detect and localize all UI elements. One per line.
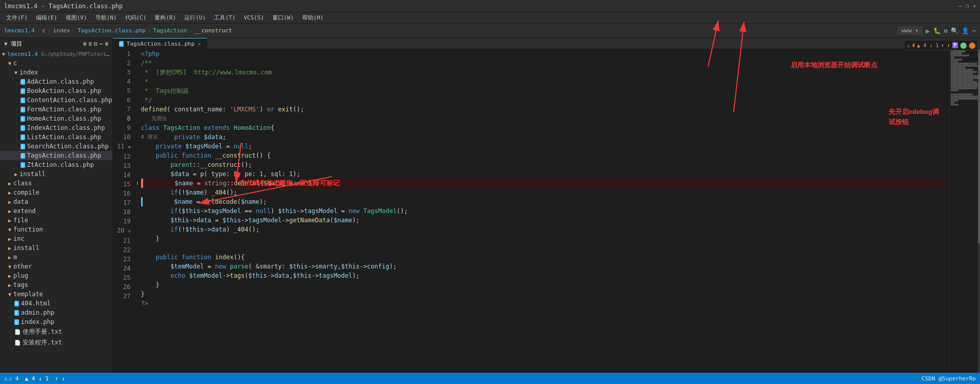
php-file-icon: c (14, 310, 19, 316)
minimap-scroll-thumb[interactable] (978, 49, 980, 243)
code-line-5: * Tags控制器 (141, 86, 945, 95)
sidebar-item-searchaction[interactable]: c SearchAction.class.php (0, 142, 112, 151)
close-btn[interactable]: ✕ (973, 3, 976, 9)
current-line-indicator (141, 179, 143, 188)
menu-item-r[interactable]: 重构(R) (150, 13, 180, 23)
menu-item-h[interactable]: 帮助(H) (298, 13, 328, 23)
run-button[interactable]: ▶ (926, 27, 930, 35)
folder-icon: ▶ (8, 208, 11, 214)
sidebar-item-extend[interactable]: ▶ extend (0, 206, 112, 216)
sidebar-item-other[interactable]: ▼ other (0, 262, 112, 271)
sidebar-item-compile[interactable]: ▶ compile (0, 188, 112, 197)
sidebar-title: ▼ 项目 (4, 40, 22, 48)
warning-count[interactable]: ⚠ ⚠ 4 (4, 375, 19, 382)
sidebar-item-formaction[interactable]: c FormAction.class.php (0, 105, 112, 114)
maximize-btn[interactable]: ❐ (966, 3, 969, 9)
sidebar-item-m[interactable]: ▶ m (0, 253, 112, 262)
code-line-27: ?> (141, 299, 945, 308)
minimize-btn[interactable]: — (958, 3, 962, 9)
debug-count: 4 (912, 43, 915, 48)
more-icon[interactable]: ⋯ (972, 27, 976, 34)
status-bar: ⚠ ⚠ 4 ▲ 4 ↓ 1 ↑ ↓ CSDN @SuperherRo (0, 373, 980, 384)
tab-tagsaction[interactable]: c TagsAction.class.php ✕ (113, 38, 207, 49)
menu-item-c[interactable]: 代码(C) (121, 13, 151, 23)
sidebar-item-404html[interactable]: h 404.html (0, 299, 112, 308)
error-count[interactable]: ▲ 4 ↓ 1 (25, 375, 49, 382)
tab-close-btn[interactable]: ✕ (198, 41, 201, 47)
sidebar-item-adminphp[interactable]: c admin.php (0, 308, 112, 317)
breadcrumb-c[interactable]: c (42, 27, 46, 34)
txt-icon: 📄 (14, 340, 21, 345)
breadcrumb-index[interactable]: index (53, 27, 70, 34)
menu-item-f[interactable]: 文件(F) (2, 13, 32, 23)
php-file-icon: c (21, 79, 25, 85)
csdn-label: CSDN @SuperherRo (922, 375, 976, 382)
debug-run-button[interactable]: 🐛 (933, 27, 941, 34)
toolbar-right: www ▾ ▶ 🐛 ⚙ 🔍 👤 ⋯ (897, 26, 976, 35)
sidebar-item-install3[interactable]: 📄 安装程序.txt (0, 337, 112, 348)
sidebar-item-homeaction[interactable]: c HomeAction.class.php (0, 114, 112, 123)
sidebar-item-plug[interactable]: ▶ plug (0, 271, 112, 280)
chrome-icon[interactable]: ⬤ (960, 42, 967, 49)
code-line-23: $temModel = new parse( &smarty: $this->s… (141, 262, 945, 271)
sidebar-item-adaction[interactable]: c AdAction.class.php (0, 77, 112, 86)
php-file-icon: c (14, 319, 19, 325)
menu-item-v[interactable]: 视图(V) (62, 13, 91, 23)
code-area[interactable]: 在代码中标记断电，双击即可标记 <?php /** * [梦想CMS] http… (137, 49, 949, 373)
sidebar-item-c[interactable]: ▼ c (0, 59, 112, 68)
sidebar-item-index[interactable]: ▼ index (0, 68, 112, 77)
folder-icon: ▶ (14, 171, 17, 177)
sidebar-item-listaction[interactable]: c ListAction.class.php (0, 132, 112, 142)
phpstorm-icon[interactable]: P (952, 42, 958, 48)
breadcrumb-method[interactable]: __construct (194, 27, 232, 34)
code-line-4: * (141, 77, 945, 86)
sidebar-item-tags[interactable]: ▶ tags (0, 280, 112, 290)
code-line-12: parent::__construct(); (141, 160, 945, 169)
folder-icon: ▼ (8, 227, 11, 233)
sidebar-item-inc[interactable]: ▶ inc (0, 234, 112, 243)
menu-item-t[interactable]: 工具(T) (210, 13, 240, 23)
php-file-icon: c (21, 144, 25, 149)
php-file-icon: c (21, 116, 25, 122)
menu-item-n[interactable]: 导航(N) (91, 13, 121, 23)
annotation-breakpoint: 在代码中标记断电，双击即可标记 (240, 179, 340, 188)
folder-icon: ▶ (8, 218, 11, 223)
folder-icon: ▼ (8, 61, 11, 66)
sidebar-item-ztaction[interactable]: c ZtAction.class.php (0, 160, 112, 169)
code-line-18: $this->data = $this->tagsModel->getNameD… (141, 216, 945, 225)
annotation-browser: 启用本地浏览器开始调试断点 (791, 61, 877, 70)
user-icon[interactable]: 👤 (962, 27, 969, 34)
firefox-icon[interactable]: ⬤ (969, 42, 975, 49)
menu-item-u[interactable]: 运行(U) (180, 13, 210, 23)
menu-item-vcss[interactable]: VCS(S) (240, 13, 268, 22)
debug-errors: ▲ 4 ↓ 1 (917, 43, 938, 48)
sidebar-item-file[interactable]: ▶ file (0, 216, 112, 225)
sidebar-item-lmxcms14[interactable]: ▼ lmxcms1.4 G:/phpStudy/PHPTutorial/WWW/… (0, 50, 112, 59)
sidebar-item-bookaction[interactable]: c BookAction.class.php (0, 86, 112, 95)
www-dropdown[interactable]: www ▾ (897, 26, 923, 35)
breadcrumb-class[interactable]: TagsAction (153, 27, 187, 34)
sidebar-header[interactable]: ▼ 项目 ⊕ ≡ ⊟ — ⊗ (0, 38, 112, 50)
sidebar-item-indexphp[interactable]: c index.php (0, 317, 112, 327)
menu-item-e[interactable]: 编辑(E) (32, 13, 62, 23)
sidebar-item-function[interactable]: ▼ function (0, 225, 112, 234)
php-file-icon: c (21, 98, 25, 103)
git-status[interactable]: ↑ ↓ (55, 375, 65, 382)
breadcrumb-root[interactable]: lmxcms1.4 (4, 27, 35, 34)
code-line-17: if($this->tagsModel == null) $this->tags… (141, 206, 945, 216)
sidebar-item-data[interactable]: ▶ data (0, 197, 112, 206)
settings-icon[interactable]: ⚙ (944, 27, 948, 34)
sidebar-item-contentaction[interactable]: c ContentAction.class.php (0, 95, 112, 105)
search-icon[interactable]: 🔍 (951, 27, 958, 34)
sidebar-item-indexaction[interactable]: c IndexAction.class.php (0, 123, 112, 132)
sidebar-item-template[interactable]: ▼ template (0, 290, 112, 299)
sidebar-item-install[interactable]: ▶ install (0, 169, 112, 179)
sidebar-item-tagsaction[interactable]: c TagsAction.class.php (0, 151, 112, 160)
menu-item-w[interactable]: 窗口(W) (268, 13, 298, 23)
sidebar-item-class[interactable]: ▶ class (0, 179, 112, 188)
sidebar-item-manual[interactable]: 📄 使用手册.txt (0, 327, 112, 337)
folder-icon: ▶ (8, 273, 11, 279)
breadcrumb-file[interactable]: TagsAction.class.php (77, 27, 145, 34)
php-file-icon: c (21, 107, 25, 112)
sidebar-item-install2[interactable]: ▶ install (0, 243, 112, 253)
